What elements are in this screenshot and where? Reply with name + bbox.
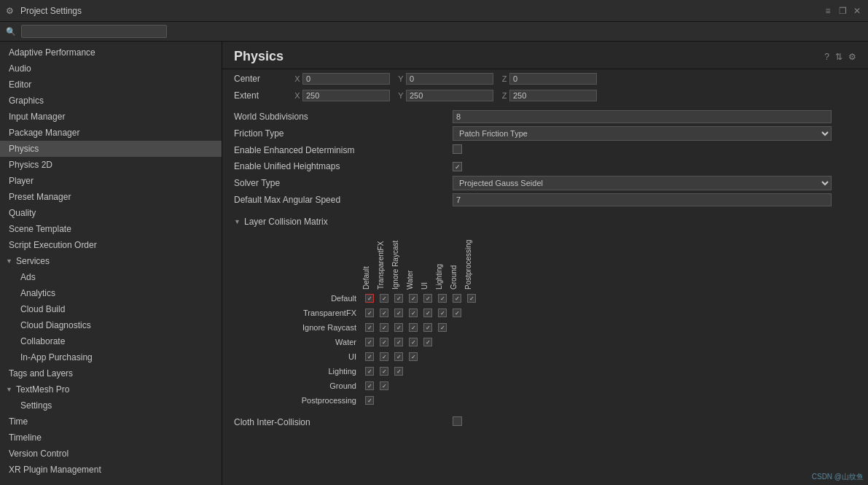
center-y-input[interactable] (406, 73, 493, 85)
solver-type-select[interactable]: Projected Gauss Seidel Temporal Gauss Se… (453, 176, 832, 190)
cb-lighting-tfx[interactable] (380, 367, 388, 376)
sidebar-item-editor[interactable]: Editor (0, 77, 222, 93)
sidebar-item-version-control[interactable]: Version Control (0, 446, 222, 462)
sidebar-item-package-manager[interactable]: Package Manager (0, 125, 222, 141)
cb-default-ignoreraycast[interactable] (394, 294, 403, 303)
cb-tfx-tfx[interactable] (380, 309, 388, 317)
cb-ui-tfx[interactable] (380, 352, 388, 361)
search-icon: 🔍 (6, 27, 16, 36)
center-row: Center X Y Z (234, 71, 856, 87)
sidebar-item-ads[interactable]: Ads (0, 269, 222, 285)
sidebar-item-quality[interactable]: Quality (0, 205, 222, 221)
close-icon[interactable]: ✕ (852, 6, 862, 16)
cb-ir-ir[interactable] (394, 323, 403, 332)
world-subdivisions-input[interactable] (453, 110, 832, 123)
restore-icon[interactable]: ❐ (837, 6, 848, 16)
sidebar-item-physics[interactable]: Physics (0, 141, 222, 157)
sidebar-item-time[interactable]: Time (0, 414, 222, 430)
cb-ir-default[interactable] (365, 323, 374, 332)
menu-icon[interactable]: ≡ (823, 6, 833, 16)
cb-lighting-ir[interactable] (394, 367, 403, 376)
cb-tfx-default[interactable] (365, 309, 374, 317)
sidebar-item-services[interactable]: ▼Services (0, 253, 222, 269)
sidebar-item-textmesh-pro[interactable]: ▼TextMesh Pro (0, 381, 222, 397)
row-label-ignore-raycast: Ignore Raycast (246, 323, 362, 332)
center-z-label: Z (499, 74, 509, 83)
enhanced-determinism-checkbox[interactable] (453, 144, 462, 154)
col-label-transparentfx: TransparentFX (377, 231, 391, 290)
sidebar-item-textmesh-settings[interactable]: Settings (0, 397, 222, 414)
cb-ui-water[interactable] (409, 352, 418, 361)
cb-default-lighting[interactable] (438, 294, 447, 303)
cb-tfx-ignoreraycast[interactable] (394, 309, 403, 317)
layout-icon[interactable]: ⇅ (835, 52, 842, 62)
extent-z-input[interactable] (509, 90, 597, 101)
cb-water-water[interactable] (409, 338, 418, 346)
sidebar-item-timeline[interactable]: Timeline (0, 430, 222, 446)
extent-row: Extent X Y Z (234, 88, 856, 104)
sidebar-item-cloud-build[interactable]: Cloud Build (0, 301, 222, 317)
sidebar-item-collaborate[interactable]: Collaborate (0, 333, 222, 349)
cb-water-default[interactable] (365, 338, 374, 346)
center-z-input[interactable] (509, 73, 597, 85)
extent-x-input[interactable] (302, 90, 390, 101)
layer-collision-matrix-header[interactable]: ▼ Layer Collision Matrix (234, 217, 856, 227)
sidebar-item-player[interactable]: Player (0, 173, 222, 189)
cb-water-tfx[interactable] (380, 338, 388, 346)
sidebar-item-xr-plugin[interactable]: XR Plugin Management (0, 462, 222, 478)
cb-post-default[interactable] (365, 396, 374, 405)
cb-default-postprocessing[interactable] (467, 294, 476, 303)
sidebar-item-audio[interactable]: Audio (0, 61, 222, 77)
extent-y-input[interactable] (406, 90, 493, 101)
sidebar-item-graphics[interactable]: Graphics (0, 93, 222, 109)
cb-tfx-water[interactable] (409, 309, 418, 317)
matrix-row-default: Default (246, 291, 856, 306)
cb-ui-default[interactable] (365, 352, 374, 361)
cb-water-ui[interactable] (423, 338, 432, 346)
sidebar-item-input-manager[interactable]: Input Manager (0, 109, 222, 125)
cloth-inter-collision-checkbox[interactable] (453, 416, 462, 426)
cb-ir-tfx[interactable] (380, 323, 388, 332)
center-x-input[interactable] (302, 73, 390, 85)
help-icon[interactable]: ? (824, 52, 829, 62)
cb-water-ir[interactable] (394, 338, 403, 346)
world-subdivisions-value (453, 110, 856, 123)
sidebar-item-in-app-purchasing[interactable]: In-App Purchasing (0, 349, 222, 365)
matrix-row-ground: Ground (246, 379, 856, 393)
cb-tfx-lighting[interactable] (438, 309, 447, 317)
center-label: Center (234, 74, 292, 84)
extent-y-label: Y (396, 91, 406, 100)
matrix-col-labels: Default TransparentFX Ignore Raycast Wat… (362, 231, 856, 290)
unified-heightmaps-checkbox[interactable] (453, 162, 462, 171)
settings-icon[interactable]: ⚙ (848, 52, 856, 62)
friction-type-select[interactable]: Patch Friction Type One Directional Fric… (453, 126, 832, 141)
cb-ui-ir[interactable] (394, 352, 403, 361)
search-input[interactable] (21, 25, 167, 38)
sidebar-item-script-execution-order[interactable]: Script Execution Order (0, 237, 222, 253)
cb-ground-default[interactable] (365, 381, 374, 390)
cb-tfx-ui[interactable] (423, 309, 432, 317)
cb-default-ui[interactable] (423, 294, 432, 303)
sidebar-item-tags-and-layers[interactable]: Tags and Layers (0, 365, 222, 381)
sidebar-item-physics-2d[interactable]: Physics 2D (0, 157, 222, 173)
sidebar-item-cloud-diagnostics[interactable]: Cloud Diagnostics (0, 317, 222, 333)
cb-ir-ui[interactable] (423, 323, 432, 332)
max-angular-speed-input[interactable] (453, 193, 832, 206)
cb-lighting-default[interactable] (365, 367, 374, 376)
cb-default-ground[interactable] (453, 294, 461, 303)
sidebar-item-preset-manager[interactable]: Preset Manager (0, 189, 222, 205)
cb-ir-lighting[interactable] (438, 323, 447, 332)
cb-default-transparentfx[interactable] (380, 294, 388, 303)
cell-default-default (362, 292, 377, 305)
cb-ir-water[interactable] (409, 323, 418, 332)
sidebar-item-scene-template[interactable]: Scene Template (0, 221, 222, 237)
cb-ground-tfx[interactable] (380, 381, 388, 390)
cb-default-water[interactable] (409, 294, 418, 303)
window-controls: ≡ ❐ ✕ (823, 6, 862, 16)
unified-heightmaps-label: Enable Unified Heightmaps (234, 161, 453, 171)
content-header: Physics ? ⇅ ⚙ (222, 42, 868, 69)
sidebar-item-analytics[interactable]: Analytics (0, 285, 222, 301)
cb-tfx-ground[interactable] (453, 309, 461, 317)
cb-default-default[interactable] (365, 294, 374, 303)
sidebar-item-adaptive-performance[interactable]: Adaptive Performance (0, 44, 222, 61)
